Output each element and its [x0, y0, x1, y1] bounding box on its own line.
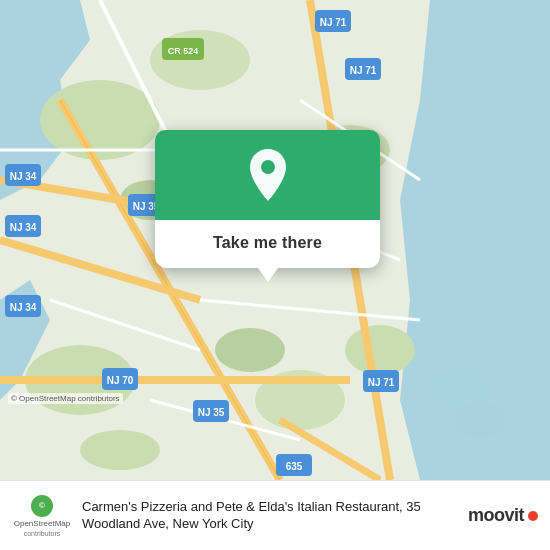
osm-label: OpenStreetMap — [14, 519, 70, 528]
location-popup: Take me there — [155, 130, 380, 268]
svg-text:NJ 34: NJ 34 — [10, 222, 37, 233]
svg-point-4 — [40, 80, 160, 160]
location-info: Carmen's Pizzeria and Pete & Elda's Ital… — [82, 499, 458, 533]
svg-point-12 — [80, 430, 160, 470]
popup-button-area: Take me there — [155, 220, 380, 256]
take-me-there-button[interactable]: Take me there — [205, 230, 330, 256]
svg-text:NJ 71: NJ 71 — [320, 17, 347, 28]
svg-text:CR 524: CR 524 — [168, 46, 199, 56]
svg-text:NJ 71: NJ 71 — [368, 377, 395, 388]
svg-text:NJ 34: NJ 34 — [10, 302, 37, 313]
osm-contributors: contributors — [24, 530, 61, 537]
osm-logo: © OpenStreetMap contributors — [12, 495, 72, 537]
svg-point-9 — [345, 325, 415, 375]
svg-text:NJ 35: NJ 35 — [198, 407, 225, 418]
map-attribution: © OpenStreetMap contributors — [8, 393, 123, 404]
svg-text:NJ 70: NJ 70 — [107, 375, 134, 386]
moovit-wordmark: moovit — [468, 505, 524, 526]
map-container: NJ 71 NJ 71 NJ 71 NJ 34 NJ 34 NJ 34 NJ 3… — [0, 0, 550, 480]
svg-text:635: 635 — [286, 461, 303, 472]
moovit-dot-icon — [528, 511, 538, 521]
svg-point-50 — [455, 402, 505, 438]
svg-text:NJ 34: NJ 34 — [10, 171, 37, 182]
svg-point-51 — [261, 160, 275, 174]
location-title: Carmen's Pizzeria and Pete & Elda's Ital… — [82, 499, 458, 533]
svg-text:NJ 71: NJ 71 — [350, 65, 377, 76]
moovit-logo: moovit — [468, 505, 538, 526]
bottom-bar: © OpenStreetMap contributors Carmen's Pi… — [0, 480, 550, 550]
osm-icon: © — [31, 495, 53, 517]
svg-point-11 — [215, 328, 285, 372]
location-pin-icon — [244, 147, 292, 203]
popup-header — [155, 130, 380, 220]
